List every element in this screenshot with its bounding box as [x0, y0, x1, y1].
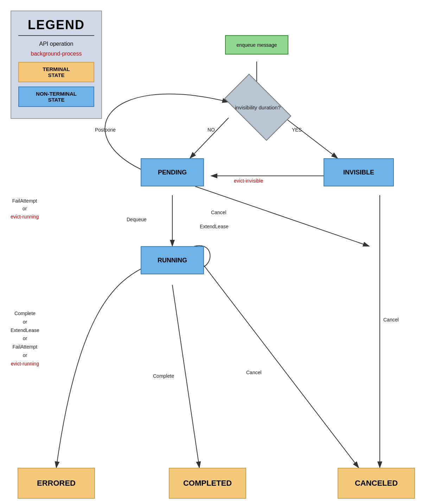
label-no: NO	[207, 127, 215, 134]
legend-title: LEGEND	[18, 18, 94, 32]
diagram-container: LEGEND API operation background-process …	[0, 0, 422, 504]
node-canceled: CANCELED	[338, 468, 415, 499]
node-enqueue: enqueue message	[225, 35, 288, 55]
label-complete-or-extend: CompleteorExtendLeaseorFailAttemptorevic…	[11, 310, 39, 368]
legend-bg-label: background-process	[18, 51, 94, 57]
label-fail-attempt: FailAttemptorevict-running	[11, 197, 39, 221]
label-dequeue: Dequeue	[127, 216, 147, 223]
label-cancel-running: Cancel	[246, 369, 262, 376]
diamond-shape	[224, 74, 292, 141]
node-running: RUNNING	[141, 246, 204, 274]
label-cancel-invisible: Cancel	[383, 317, 399, 324]
label-cancel-pending: Cancel	[211, 209, 226, 216]
label-evict-invisible: evict-invisible	[234, 178, 263, 185]
legend-nonterminal-state: NON-TERMINALSTATE	[18, 87, 94, 107]
node-errored: ERRORED	[18, 468, 95, 499]
svg-line-7	[195, 186, 369, 246]
label-evict-running-2: evict-running	[11, 361, 39, 366]
label-extend-lease: ExtendLease	[200, 223, 229, 230]
legend-api-label: API operation	[18, 41, 94, 47]
label-evict-running-1: evict-running	[11, 214, 39, 219]
node-pending: PENDING	[141, 158, 204, 186]
label-complete-running: Complete	[153, 373, 174, 380]
node-diamond: invisibility duration?	[221, 84, 295, 130]
node-invisible: INVISIBLE	[324, 158, 394, 186]
legend-divider	[18, 35, 94, 36]
svg-line-8	[172, 285, 199, 468]
svg-line-9	[204, 266, 359, 468]
node-completed: COMPLETED	[169, 468, 246, 499]
label-postpone: Postpone	[95, 127, 116, 134]
label-yes: YES	[292, 127, 302, 134]
legend-terminal-state: TERMINALSTATE	[18, 62, 94, 82]
legend-box: LEGEND API operation background-process …	[11, 11, 102, 119]
